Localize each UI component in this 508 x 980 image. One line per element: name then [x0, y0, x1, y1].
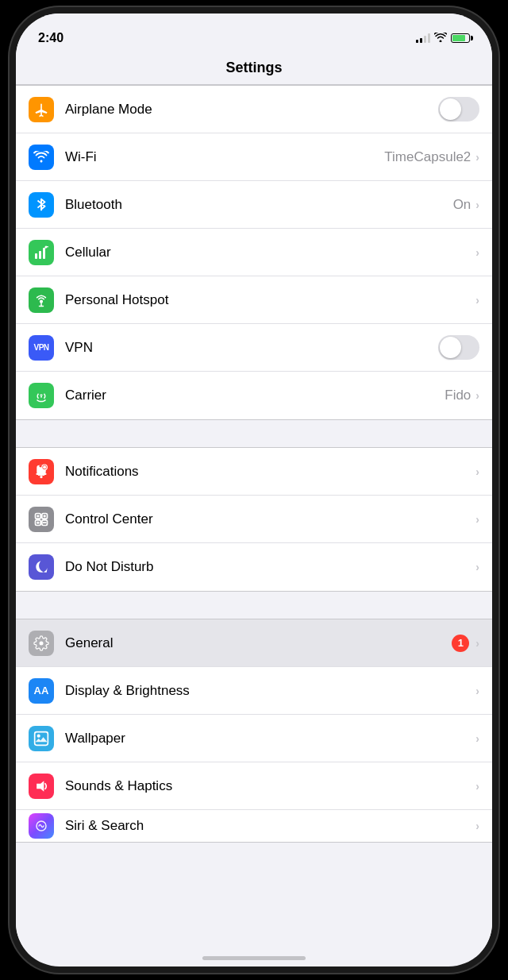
- general-icon: [29, 631, 54, 656]
- wifi-chevron: ›: [475, 151, 479, 164]
- wifi-icon: [29, 145, 54, 170]
- row-vpn[interactable]: VPN VPN: [16, 324, 492, 372]
- signal-icon: [416, 33, 430, 43]
- carrier-label: Carrier: [65, 388, 444, 403]
- wallpaper-icon: [29, 726, 54, 751]
- section-connectivity: Airplane Mode Wi-Fi TimeCapsule2: [16, 85, 492, 420]
- airplane-mode-icon: [29, 97, 54, 122]
- status-icons: [416, 33, 470, 44]
- sounds-haptics-icon: [29, 774, 54, 799]
- siri-search-chevron: ›: [475, 820, 479, 832]
- row-do-not-disturb[interactable]: Do Not Disturb ›: [16, 543, 492, 591]
- hotspot-chevron: ›: [475, 294, 479, 307]
- gap-1: [16, 420, 492, 447]
- vpn-label: VPN: [65, 340, 438, 356]
- row-personal-hotspot[interactable]: Personal Hotspot ›: [16, 276, 492, 324]
- wifi-value: TimeCapsule2: [384, 149, 471, 165]
- display-brightness-chevron: ›: [475, 685, 479, 697]
- carrier-value: Fido: [444, 388, 471, 403]
- general-badge: 1: [452, 635, 469, 652]
- status-time: 2:40: [38, 31, 64, 45]
- vpn-icon: VPN: [29, 335, 54, 361]
- cellular-chevron: ›: [475, 246, 479, 259]
- carrier-chevron: ›: [475, 389, 479, 402]
- svg-rect-11: [36, 473, 46, 474]
- svg-rect-26: [35, 731, 48, 745]
- row-general[interactable]: General 1 ›: [16, 619, 492, 667]
- svg-point-15: [43, 465, 46, 469]
- do-not-disturb-icon: [29, 554, 54, 580]
- control-center-chevron: ›: [475, 513, 479, 526]
- page-title: Settings: [225, 60, 282, 75]
- bluetooth-chevron: ›: [475, 199, 479, 211]
- hotspot-icon: [29, 287, 54, 313]
- svg-point-24: [40, 641, 44, 645]
- settings-list: Airplane Mode Wi-Fi TimeCapsule2: [16, 85, 492, 957]
- row-airplane-mode[interactable]: Airplane Mode: [16, 86, 492, 133]
- notifications-icon: [29, 459, 54, 484]
- svg-rect-1: [35, 253, 37, 259]
- row-sounds-haptics[interactable]: Sounds & Haptics ›: [16, 762, 492, 810]
- row-cellular[interactable]: Cellular ›: [16, 229, 492, 276]
- notifications-chevron: ›: [475, 465, 479, 478]
- home-indicator: [202, 956, 306, 960]
- display-brightness-label: Display & Brightness: [65, 683, 475, 699]
- status-bar: 2:40: [16, 14, 492, 53]
- general-label: General: [65, 635, 452, 651]
- svg-marker-27: [37, 781, 44, 791]
- hotspot-label: Personal Hotspot: [65, 292, 475, 308]
- wallpaper-label: Wallpaper: [65, 731, 475, 747]
- svg-rect-2: [39, 251, 41, 259]
- svg-point-8: [40, 395, 42, 397]
- siri-icon: [29, 813, 54, 839]
- control-center-icon: [29, 507, 54, 532]
- bluetooth-label: Bluetooth: [65, 197, 453, 213]
- vpn-toggle[interactable]: [438, 335, 479, 360]
- row-bluetooth[interactable]: Bluetooth On ›: [16, 181, 492, 229]
- row-siri-search[interactable]: Siri & Search ›: [16, 810, 492, 842]
- control-center-label: Control Center: [65, 511, 475, 527]
- section-notifications: Notifications › Co: [16, 447, 492, 592]
- nav-bar: Settings: [16, 53, 492, 85]
- bluetooth-icon: [29, 192, 54, 218]
- svg-point-22: [37, 521, 39, 523]
- carrier-icon: [29, 383, 54, 408]
- svg-point-25: [37, 734, 40, 737]
- svg-rect-23: [43, 522, 47, 523]
- siri-search-label: Siri & Search: [65, 818, 475, 834]
- svg-point-21: [44, 515, 46, 517]
- cellular-label: Cellular: [65, 245, 475, 260]
- sounds-haptics-chevron: ›: [475, 780, 479, 793]
- row-wifi[interactable]: Wi-Fi TimeCapsule2 ›: [16, 133, 492, 181]
- svg-point-12: [40, 475, 42, 477]
- sounds-haptics-label: Sounds & Haptics: [65, 778, 475, 794]
- airplane-mode-label: Airplane Mode: [65, 102, 438, 118]
- row-carrier[interactable]: Carrier Fido ›: [16, 372, 492, 419]
- phone-frame: 2:40 Settings: [16, 14, 492, 966]
- display-brightness-icon: AA: [29, 678, 54, 704]
- gap-2: [16, 592, 492, 619]
- cellular-icon: [29, 240, 54, 265]
- section-system: General 1 › AA Display & Brightness ›: [16, 619, 492, 843]
- row-notifications[interactable]: Notifications ›: [16, 448, 492, 496]
- battery-icon: [451, 33, 470, 43]
- wifi-label: Wi-Fi: [65, 149, 384, 165]
- wifi-status-icon: [434, 33, 447, 44]
- svg-point-20: [37, 515, 39, 517]
- do-not-disturb-label: Do Not Disturb: [65, 559, 475, 575]
- row-display-brightness[interactable]: AA Display & Brightness ›: [16, 667, 492, 715]
- svg-rect-3: [43, 248, 45, 259]
- bluetooth-value: On: [453, 197, 471, 213]
- do-not-disturb-chevron: ›: [475, 561, 479, 573]
- row-wallpaper[interactable]: Wallpaper ›: [16, 715, 492, 762]
- notifications-label: Notifications: [65, 464, 475, 480]
- wallpaper-chevron: ›: [475, 732, 479, 745]
- airplane-mode-toggle[interactable]: [438, 97, 479, 122]
- row-control-center[interactable]: Control Center ›: [16, 496, 492, 543]
- general-chevron: ›: [475, 637, 479, 650]
